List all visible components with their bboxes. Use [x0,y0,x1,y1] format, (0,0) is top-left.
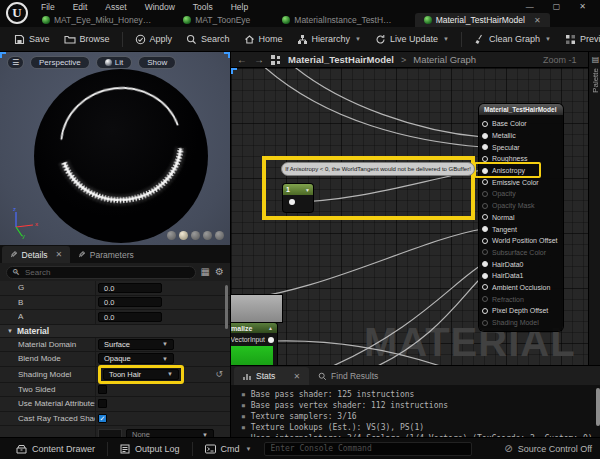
nav-back-arrow-icon[interactable]: ← [237,55,247,65]
preview-viewport[interactable]: ☰ Perspective Lit Show z x y [0,52,230,245]
tab-find-results[interactable]: Find Results [309,367,387,385]
material-domain-dropdown[interactable]: Surface ▼ [98,339,174,350]
node-pin-subsurface-color[interactable]: Subsurface Color [479,247,563,259]
channel-value-input[interactable]: 0.0 [98,312,162,322]
node-pin-anisotropy[interactable]: Anisotropy [479,165,563,177]
subsurface-profile-thumbnail[interactable]: None [98,429,122,438]
cast-ray-traced-shadows-checkbox[interactable]: ✓ [98,414,107,423]
material-asset-icon [42,16,50,24]
tab-stats[interactable]: Stats ✕ [234,367,309,385]
partial-node-preview[interactable] [231,295,282,322]
node-pin-pixel-depth-offset[interactable]: Pixel Depth Offset [479,305,563,317]
node-pin-roughness[interactable]: Roughness [479,153,563,165]
maximize-button[interactable]: ▢ [553,1,561,12]
plane-mesh-button[interactable] [191,231,200,240]
menu-file[interactable]: File [32,2,64,12]
home-button[interactable]: Home [237,31,290,48]
menu-edit[interactable]: Edit [64,2,97,12]
teapot-mesh-button[interactable] [215,231,224,240]
node-pin-emissive-color[interactable]: Emissive Color [479,176,563,188]
lit-mode-dropdown[interactable]: Lit [96,56,132,69]
asset-tab-materialinstance-testh-[interactable]: MaterialInstance_TestH… [273,13,400,27]
blend-mode-dropdown[interactable]: Opaque ▼ [98,353,174,364]
stats-scrollbar[interactable] [596,388,600,426]
node-pin-opacity-mask[interactable]: Opacity Mask [479,200,563,212]
two-sided-row: Two Sided [0,383,230,398]
close-button[interactable]: ✕ [579,1,586,12]
node-pin-world-position-offset[interactable]: World Position Offset [479,235,563,247]
tab-details[interactable]: ✎ Details ✕ [2,246,70,263]
pin-label: Specular [492,144,520,151]
node-pin-base-color[interactable]: Base Color [479,118,563,130]
perspective-dropdown[interactable]: Perspective [30,56,90,69]
cmd-dropdown[interactable]: Cmd ▼ [197,438,260,459]
grid-view-icon[interactable]: ▦ [201,267,210,277]
constant-output-pin[interactable] [289,199,295,205]
cylinder-mesh-button[interactable] [167,231,176,240]
breadcrumb-current[interactable]: Material Graph [413,54,476,65]
close-icon[interactable]: ✕ [56,250,63,259]
cube-mesh-button[interactable] [203,231,212,240]
node-pin-tangent[interactable]: Tangent [479,223,563,235]
collapse-arrow-icon[interactable]: ▲ [268,325,273,331]
node-pin-hairdata0[interactable]: HairData0 [479,258,563,270]
palette-sidebar-tab[interactable]: ▤ Palette [588,52,600,365]
sphere-mesh-button[interactable] [179,231,188,240]
details-scrollbar[interactable] [225,285,228,329]
node-pin-metallic[interactable]: Metallic [479,130,563,142]
node-pin-refraction[interactable]: Refraction [479,293,563,305]
asset-tab-material-testhairmodel[interactable]: Material_TestHairModel✕ [415,13,550,27]
constant-node[interactable]: 1 ▼ [283,184,313,212]
home-icon [244,34,255,45]
use-material-attributes-checkbox[interactable] [98,399,107,408]
subsurface-profile-dropdown[interactable]: None ▼ [126,429,214,437]
browse-button[interactable]: Browse [57,31,117,48]
menu-asset[interactable]: Asset [96,2,135,12]
channel-value-input[interactable]: 0.0 [98,297,162,307]
vector-input-pin[interactable]: VectorInput [231,333,277,346]
output-log-button[interactable]: Output Log [112,438,188,459]
menu-help[interactable]: Help [222,2,257,12]
minimize-button[interactable]: — [526,1,534,12]
show-dropdown[interactable]: Show [138,56,176,69]
source-control-status[interactable]: ⊘ Source Control Off [504,443,592,454]
details-search-input[interactable] [6,266,196,279]
asset-tab-mat-tooneye[interactable]: MAT_ToonEye [174,13,259,27]
tab-parameters[interactable]: ✎ Parameters [70,246,141,263]
pin-label: Emissive Color [492,179,539,186]
material-graph-canvas[interactable]: MATERIAL Normalize [231,68,588,365]
menu-window[interactable]: Window [136,2,184,12]
save-button[interactable]: Save [7,31,57,48]
node-pin-specular[interactable]: Specular [479,141,563,153]
node-pin-normal[interactable]: Normal [479,212,563,224]
node-pin-ambient-occlusion[interactable]: Ambient Occlusion [479,282,563,294]
menu-tools[interactable]: Tools [184,2,222,12]
nav-forward-arrow-icon[interactable]: → [254,55,264,65]
viewport-menu-button[interactable]: ☰ [7,56,24,69]
console-command-input[interactable] [264,442,472,456]
clean-graph-dropdown[interactable]: Clean Graph ▼ [467,31,558,48]
close-icon[interactable]: ✕ [293,372,300,381]
node-pin-opacity[interactable]: Opacity [479,188,563,200]
pin-circle-icon [482,320,488,326]
normalize-node[interactable]: Normalize ▲ VectorInput [231,323,277,365]
reset-to-default-icon[interactable]: ↺ [215,369,223,379]
search-button[interactable]: Search [179,31,237,48]
channel-value-input[interactable]: 0.0 [98,283,162,293]
two-sided-checkbox[interactable] [98,385,107,394]
pin-label: World Position Offset [492,237,558,244]
shading-model-dropdown[interactable]: Toon Hair ▼ [103,369,179,380]
breadcrumb-root[interactable]: Material_TestHairModel [288,54,394,65]
content-drawer-button[interactable]: Content Drawer [8,438,103,459]
node-pin-hairdata1[interactable]: HairData1 [479,270,563,282]
live-update-dropdown[interactable]: Live Update ▼ [368,31,456,48]
node-pin-shading-model[interactable]: Shading Model [479,317,563,329]
apply-button[interactable]: Apply [128,31,180,48]
material-result-node[interactable]: Material_TestHairModel Base ColorMetalli… [479,104,563,331]
asset-tab-mat-eye-miku-honey-[interactable]: MAT_Eye_Miku_Honey… [33,13,160,27]
close-icon[interactable]: ✕ [534,16,541,25]
hierarchy-dropdown[interactable]: Hierarchy ▼ [290,31,368,48]
material-section-header[interactable]: ▼ Material [0,325,230,338]
gear-icon[interactable]: ⚙ [215,267,224,277]
preview-state-dropdown[interactable]: Preview State ▼ [558,31,600,48]
